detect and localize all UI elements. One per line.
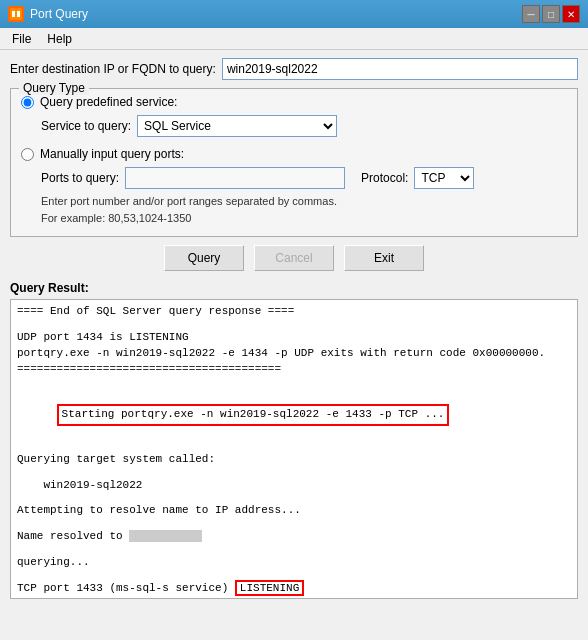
hint-text: Enter port number and/or port ranges sep… <box>41 193 567 226</box>
svg-rect-1 <box>12 11 15 17</box>
service-select[interactable]: SQL Service DNS Service FTP Service HTTP… <box>137 115 337 137</box>
protocol-label: Protocol: <box>361 171 408 185</box>
result-line-20: portqry.exe -n win2019-sql2022 -e 1433 -… <box>17 597 571 599</box>
cancel-button[interactable]: Cancel <box>254 245 334 271</box>
result-line-5: ======================================== <box>17 362 571 378</box>
listening-badge: LISTENING <box>235 580 304 596</box>
title-bar: Port Query ─ □ ✕ <box>0 0 588 28</box>
result-line-17: querying... <box>17 555 571 571</box>
result-line-12 <box>17 493 571 503</box>
close-button[interactable]: ✕ <box>562 5 580 23</box>
result-line-13: Attempting to resolve name to IP address… <box>17 503 571 519</box>
destination-label: Enter destination IP or FQDN to query: <box>10 62 216 76</box>
radio-manual-label[interactable]: Manually input query ports: <box>40 147 184 161</box>
result-line-9: Querying target system called: <box>17 452 571 468</box>
radio-manual-row: Manually input query ports: <box>21 147 567 161</box>
result-line-6 <box>17 378 571 388</box>
ports-input[interactable] <box>125 167 345 189</box>
maximize-button[interactable]: □ <box>542 5 560 23</box>
radio-predefined-label[interactable]: Query predefined service: <box>40 95 177 109</box>
ports-row: Ports to query: Protocol: TCP UDP Both <box>41 167 567 189</box>
service-row: Service to query: SQL Service DNS Servic… <box>41 115 567 137</box>
result-line-16 <box>17 545 571 555</box>
radio-predefined-row: Query predefined service: <box>21 95 567 109</box>
result-line-19: TCP port 1433 (ms-sql-s service) LISTENI… <box>17 581 571 597</box>
result-line-8 <box>17 442 571 452</box>
result-line-4: portqry.exe -n win2019-sql2022 -e 1434 -… <box>17 346 571 362</box>
hint-line1: Enter port number and/or port ranges sep… <box>41 195 337 207</box>
radio-manual[interactable] <box>21 148 34 161</box>
result-line-11: win2019-sql2022 <box>17 478 571 494</box>
service-label: Service to query: <box>41 119 131 133</box>
result-area[interactable]: ==== End of SQL Server query response ==… <box>10 299 578 599</box>
ip-redacted: ██ ██ ██ ██ <box>129 530 202 542</box>
main-content: Enter destination IP or FQDN to query: Q… <box>0 50 588 607</box>
result-line-7: Starting portqry.exe -n win2019-sql2022 … <box>17 388 571 442</box>
query-type-group: Query Type Query predefined service: Ser… <box>10 88 578 237</box>
exit-button[interactable]: Exit <box>344 245 424 271</box>
window-title: Port Query <box>30 7 522 21</box>
protocol-select[interactable]: TCP UDP Both <box>414 167 474 189</box>
window-controls[interactable]: ─ □ ✕ <box>522 5 580 23</box>
result-line-2 <box>17 320 571 330</box>
radio-predefined[interactable] <box>21 96 34 109</box>
query-button[interactable]: Query <box>164 245 244 271</box>
app-icon <box>8 6 24 22</box>
result-line-10 <box>17 468 571 478</box>
highlight-portqry-start: Starting portqry.exe -n win2019-sql2022 … <box>57 404 450 426</box>
destination-row: Enter destination IP or FQDN to query: <box>10 58 578 80</box>
destination-input[interactable] <box>222 58 578 80</box>
ports-label: Ports to query: <box>41 171 119 185</box>
menu-file[interactable]: File <box>4 30 39 48</box>
group-legend: Query Type <box>19 81 89 95</box>
menu-bar: File Help <box>0 28 588 50</box>
hint-line2: For example: 80,53,1024-1350 <box>41 212 191 224</box>
menu-help[interactable]: Help <box>39 30 80 48</box>
result-line-15: Name resolved to ██ ██ ██ ██ <box>17 529 571 545</box>
result-line-3: UDP port 1434 is LISTENING <box>17 330 571 346</box>
minimize-button[interactable]: ─ <box>522 5 540 23</box>
result-line-1: ==== End of SQL Server query response ==… <box>17 304 571 320</box>
svg-rect-0 <box>10 8 22 20</box>
button-row: Query Cancel Exit <box>10 245 578 271</box>
result-line-14 <box>17 519 571 529</box>
result-label: Query Result: <box>10 281 578 295</box>
svg-rect-2 <box>17 11 20 17</box>
